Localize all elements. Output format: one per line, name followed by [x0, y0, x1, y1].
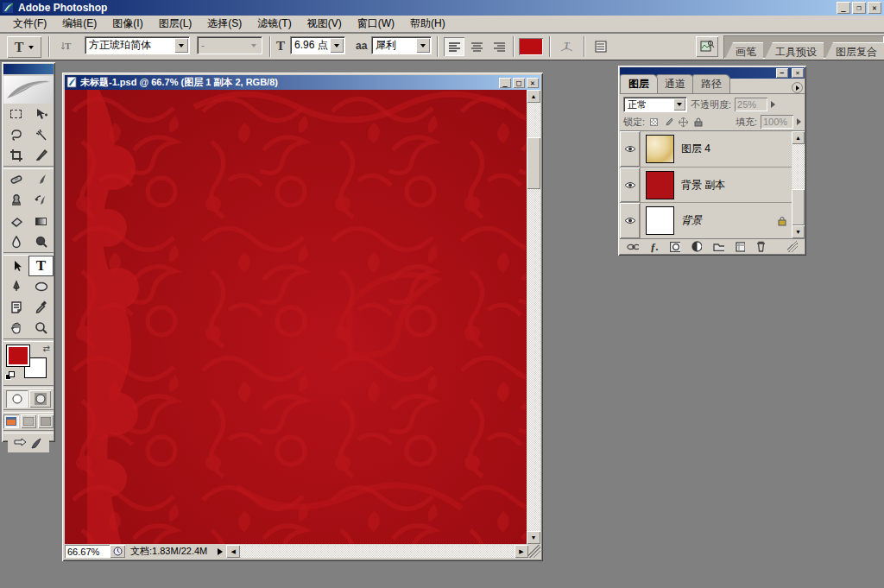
zoom-tool[interactable]: [28, 318, 54, 338]
crop-tool[interactable]: [3, 145, 28, 166]
rect-marquee-tool[interactable]: [3, 104, 28, 124]
scroll-up-icon[interactable]: ▲: [527, 90, 540, 103]
scroll-down-icon[interactable]: ▼: [792, 225, 805, 238]
hand-tool[interactable]: [3, 318, 28, 338]
standard-screen-button[interactable]: [3, 414, 19, 428]
minimize-icon[interactable]: _: [837, 2, 850, 14]
align-center-button[interactable]: [466, 37, 487, 56]
new-layer-icon[interactable]: [736, 242, 745, 252]
scroll-right-icon[interactable]: ▶: [515, 545, 528, 558]
default-colors-icon[interactable]: [5, 371, 15, 380]
foreground-color-swatch[interactable]: [7, 345, 29, 366]
status-menu-icon[interactable]: [218, 548, 223, 555]
layer-name[interactable]: 图层 4: [681, 142, 792, 156]
palette-close-icon[interactable]: ✕: [792, 68, 804, 78]
scroll-up-icon[interactable]: ▲: [792, 131, 805, 144]
text-orientation-button[interactable]: T: [57, 37, 78, 56]
pen-tool[interactable]: [3, 276, 28, 297]
chevron-down-icon[interactable]: [174, 38, 188, 53]
eyedropper-tool[interactable]: [28, 297, 54, 318]
menu-edit[interactable]: 编辑(E): [54, 15, 104, 33]
fill-slider-icon[interactable]: [797, 118, 801, 125]
layer-thumbnail[interactable]: [646, 206, 674, 235]
layer-thumbnail[interactable]: [646, 135, 674, 163]
layers-scroll-thumb[interactable]: [792, 189, 805, 225]
fullscreen-button[interactable]: [38, 414, 54, 428]
tab-brushes[interactable]: 画笔: [725, 42, 763, 59]
slice-tool[interactable]: [28, 145, 54, 166]
new-group-icon[interactable]: [713, 242, 724, 251]
menu-filter[interactable]: 滤镜(T): [249, 15, 299, 33]
delete-layer-icon[interactable]: [756, 241, 765, 252]
history-brush-tool[interactable]: [28, 190, 54, 211]
gradient-tool[interactable]: [28, 211, 54, 231]
move-tool[interactable]: [28, 104, 54, 124]
align-right-button[interactable]: [489, 37, 509, 56]
vertical-scroll-thumb[interactable]: [527, 137, 540, 189]
swap-colors-icon[interactable]: ⇄: [43, 344, 50, 353]
layer-thumbnail[interactable]: [646, 171, 674, 199]
zoom-input[interactable]: [65, 545, 110, 558]
vertical-scrollbar[interactable]: ▲ ▼: [527, 90, 540, 544]
layer-row[interactable]: 图层 4: [620, 131, 792, 168]
toolbox-titlebar[interactable]: [3, 64, 54, 74]
jump-to-imageready-button[interactable]: [8, 435, 49, 452]
doc-close-icon[interactable]: ✕: [527, 78, 539, 88]
link-layers-icon[interactable]: [627, 243, 639, 250]
standard-mode-button[interactable]: [6, 390, 28, 408]
quick-mask-button[interactable]: [29, 390, 51, 408]
close-icon[interactable]: ✕: [868, 2, 881, 14]
document-titlebar[interactable]: 未标题-1.psd @ 66.7% (图层 1 副本 2, RGB/8) _ □…: [65, 75, 540, 90]
layer-row[interactable]: 背景: [620, 203, 792, 238]
app-titlebar[interactable]: Adobe Photoshop _ ❐ ✕: [0, 0, 884, 16]
lasso-tool[interactable]: [3, 124, 28, 145]
eraser-tool[interactable]: [3, 211, 28, 231]
palette-menu-icon[interactable]: [792, 82, 803, 93]
blur-tool[interactable]: [3, 231, 28, 252]
chevron-down-icon[interactable]: [416, 38, 430, 53]
doc-maximize-icon[interactable]: □: [513, 78, 525, 88]
font-size-select[interactable]: 6.96 点: [290, 36, 345, 54]
tab-paths[interactable]: 路径: [692, 74, 730, 93]
layer-name[interactable]: 背景: [681, 213, 778, 228]
doc-minimize-icon[interactable]: _: [499, 78, 511, 88]
tab-layers[interactable]: 图层: [620, 74, 658, 93]
layer-name[interactable]: 背景 副本: [681, 178, 792, 193]
visibility-toggle[interactable]: [620, 168, 641, 203]
menu-select[interactable]: 选择(S): [199, 15, 249, 33]
path-select-tool[interactable]: [3, 256, 28, 276]
warp-text-button[interactable]: T: [556, 37, 577, 56]
fullscreen-menu-button[interactable]: [21, 414, 36, 428]
visibility-toggle[interactable]: [620, 131, 641, 167]
opacity-slider-icon[interactable]: [771, 101, 775, 108]
scroll-down-icon[interactable]: ▼: [527, 531, 540, 544]
resize-grip[interactable]: [528, 545, 540, 558]
horizontal-scrollbar[interactable]: ◀ ▶: [226, 545, 528, 558]
adjustment-layer-icon[interactable]: [691, 241, 702, 252]
blend-mode-select[interactable]: 正常: [623, 97, 687, 112]
restore-icon[interactable]: ❐: [852, 2, 866, 14]
align-left-button[interactable]: [444, 37, 464, 56]
menu-image[interactable]: 图像(I): [104, 15, 150, 33]
layer-mask-icon[interactable]: [670, 242, 680, 252]
lock-pixels-icon[interactable]: [663, 117, 674, 128]
layers-scrollbar[interactable]: ▲ ▼: [792, 131, 805, 238]
tab-layer-comps[interactable]: 图层复合: [825, 42, 884, 59]
chevron-down-icon[interactable]: [673, 98, 685, 111]
status-clock-icon[interactable]: [110, 545, 125, 558]
clone-stamp-tool[interactable]: [3, 190, 28, 211]
brush-tool[interactable]: [28, 169, 54, 190]
layer-row[interactable]: 背景 副本: [620, 168, 792, 204]
magic-wand-tool[interactable]: [28, 124, 54, 145]
visibility-toggle[interactable]: [620, 203, 641, 238]
scroll-left-icon[interactable]: ◀: [226, 545, 240, 558]
notes-tool[interactable]: [3, 297, 28, 318]
menu-window[interactable]: 窗口(W): [350, 15, 402, 33]
menu-file[interactable]: 文件(F): [5, 15, 54, 33]
menu-layer[interactable]: 图层(L): [151, 15, 200, 33]
lock-all-icon[interactable]: [692, 117, 704, 128]
text-color-swatch[interactable]: [519, 38, 543, 55]
chevron-down-icon[interactable]: [330, 38, 344, 53]
shape-tool[interactable]: [28, 276, 54, 297]
palette-minimize-icon[interactable]: −: [776, 68, 788, 78]
